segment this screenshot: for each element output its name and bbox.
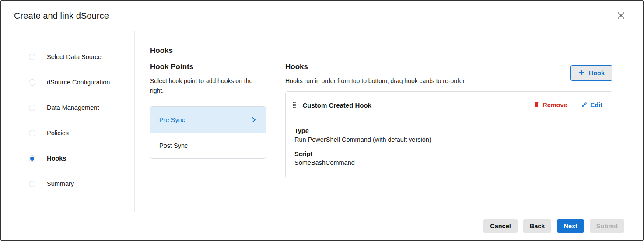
wizard-stepper: Select Data Source dSource Configuration… (1, 31, 135, 212)
dialog-footer: Cancel Back Next Submit (483, 219, 624, 233)
step-circle-icon (29, 105, 35, 111)
step-label: Data Management (47, 104, 99, 111)
field-value: Run PowerShell Command (with default ver… (294, 136, 603, 143)
trash-icon (534, 101, 539, 109)
hook-card-title: Custom Created Hook (303, 101, 372, 109)
hook-points-description: Select hook point to add hooks on the ri… (150, 77, 266, 95)
hooks-panel-title: Hooks (285, 63, 466, 71)
hook-points-section: Hook Points Select hook point to add hoo… (150, 63, 266, 178)
step-select-data-source[interactable]: Select Data Source (29, 44, 134, 70)
step-label: dSource Configuration (47, 79, 110, 86)
step-circle-icon (29, 54, 35, 60)
dialog-header: Create and link dSource (1, 1, 643, 31)
next-button[interactable]: Next (557, 219, 584, 233)
hook-points-title: Hook Points (150, 63, 266, 71)
step-policies[interactable]: Policies (29, 120, 134, 146)
step-summary[interactable]: Summary (29, 171, 134, 196)
step-circle-active-icon (29, 155, 35, 162)
page-title: Hooks (150, 46, 612, 55)
submit-button[interactable]: Submit (590, 219, 624, 233)
dialog-title: Create and link dSource (14, 11, 109, 21)
hook-field-script: Script SomeBashCommand (294, 150, 603, 166)
cancel-button[interactable]: Cancel (483, 219, 518, 233)
step-circle-icon (29, 79, 35, 86)
close-button[interactable] (615, 10, 627, 23)
hook-point-pre-sync[interactable]: Pre Sync (150, 107, 266, 133)
hooks-step-content: Hooks Hook Points Select hook point to a… (135, 31, 643, 212)
field-label: Script (294, 150, 603, 157)
dialog-body: Select Data Source dSource Configuration… (1, 31, 643, 212)
stepper-connector-line (32, 57, 32, 184)
add-hook-button[interactable]: Hook (570, 65, 612, 81)
step-label: Summary (47, 180, 74, 187)
step-data-management[interactable]: Data Management (29, 95, 134, 120)
hook-points-list: Pre Sync Post Sync (150, 106, 266, 159)
remove-hook-button[interactable]: Remove (534, 101, 567, 109)
field-value: SomeBashCommand (294, 159, 603, 166)
step-circle-icon (29, 130, 35, 136)
edit-hook-button[interactable]: Edit (581, 101, 602, 109)
hook-point-post-sync[interactable]: Post Sync (150, 133, 266, 158)
step-label: Select Data Source (47, 53, 102, 60)
hook-point-label: Post Sync (159, 142, 188, 149)
hook-card-header: Custom Created Hook Remove (286, 92, 612, 119)
hook-card-body: Type Run PowerShell Command (with defaul… (286, 119, 612, 178)
hooks-panel: Hooks Hooks run in order from top to bot… (285, 63, 612, 178)
step-circle-icon (29, 181, 35, 187)
step-dsource-configuration[interactable]: dSource Configuration (29, 70, 134, 95)
hooks-panel-description: Hooks run in order from top to bottom, d… (285, 77, 466, 86)
edit-label: Edit (591, 101, 602, 108)
step-label: Hooks (47, 155, 66, 162)
step-label: Policies (47, 129, 69, 136)
remove-label: Remove (542, 101, 567, 108)
hook-card: Custom Created Hook Remove (285, 91, 612, 178)
plus-icon (578, 69, 585, 77)
step-hooks[interactable]: Hooks (29, 146, 134, 171)
hook-point-label: Pre Sync (159, 116, 185, 123)
add-hook-button-label: Hook (589, 70, 605, 77)
drag-handle-icon[interactable] (293, 102, 296, 108)
field-label: Type (294, 127, 603, 134)
back-button[interactable]: Back (523, 219, 552, 233)
close-icon (617, 11, 625, 21)
create-dsource-dialog: Create and link dSource Select Data Sour… (0, 0, 644, 241)
chevron-right-icon (251, 117, 257, 123)
hook-field-type: Type Run PowerShell Command (with defaul… (294, 127, 603, 143)
pencil-icon (581, 101, 588, 109)
